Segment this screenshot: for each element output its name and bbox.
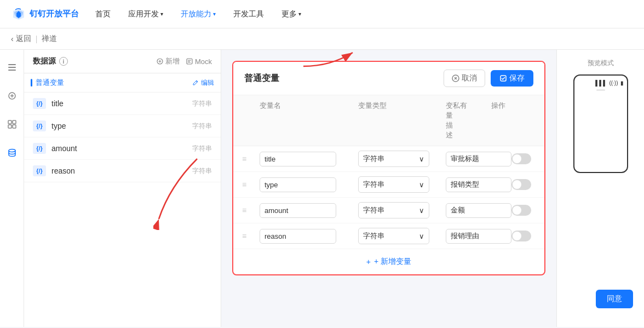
chevron-down-icon: ▾	[160, 11, 163, 17]
logo-icon	[11, 7, 26, 22]
nav-home[interactable]: 首页	[94, 7, 112, 21]
preview-mode-label: 预览模式	[588, 59, 614, 68]
sidebar-item-grid[interactable]	[3, 116, 21, 133]
svg-rect-7	[13, 125, 16, 128]
var-name: title	[51, 99, 192, 108]
battery-icon: ▮	[620, 80, 624, 86]
back-button[interactable]: ‹ 返回	[11, 34, 31, 44]
breadcrumb-separator: |	[36, 34, 38, 43]
nav-appdev[interactable]: 应用开发 ▾	[127, 7, 164, 21]
var-name-input[interactable]	[260, 229, 336, 244]
var-desc-input[interactable]	[446, 229, 511, 244]
mock-button[interactable]: Mock	[186, 56, 212, 66]
var-desc-input[interactable]	[446, 203, 511, 218]
datasource-actions: 新增 Mock	[157, 56, 212, 66]
table-row: ≡ 字符串 ∨ ⧉ ⊞	[233, 198, 544, 223]
chevron-down-icon: ∨	[419, 206, 424, 215]
var-name: type	[51, 122, 192, 130]
table-header: 变量名 变量类型 变量描述 私有 操作	[233, 95, 544, 146]
datasource-section-normal-vars: 普通变量 编辑	[24, 73, 221, 93]
svg-rect-2	[8, 70, 16, 71]
private-toggle[interactable]	[511, 153, 531, 164]
signal-icon: ▌▌▌	[595, 80, 607, 86]
save-icon	[499, 74, 507, 82]
phone-status-bar: ▌▌▌ ((·)) ▮	[578, 80, 624, 86]
chevron-down-icon: ▾	[213, 11, 216, 17]
drag-handle[interactable]: ≡	[242, 154, 260, 163]
variable-editor-panel: 普通变量 取消 保存	[221, 50, 556, 327]
private-toggle[interactable]	[511, 231, 531, 241]
add-variable-button[interactable]: + + 新增变量	[233, 249, 544, 274]
svg-rect-6	[8, 125, 12, 128]
add-datasource-button[interactable]: 新增	[157, 56, 180, 66]
table-row: ≡ 字符串 ∨ ⧉ ⊞	[233, 172, 544, 198]
chevron-down-icon: ∨	[419, 232, 424, 240]
var-desc-input[interactable]	[446, 152, 511, 166]
var-item-amount[interactable]: {/} amount 字符串	[24, 137, 221, 160]
table-row: ≡ 字符串 ∨ ⧉ ⊞	[233, 223, 544, 249]
main-layout: 数据源 i 新增 Mock	[0, 50, 644, 327]
chevron-down-icon: ∨	[419, 155, 424, 163]
var-name-input[interactable]	[260, 152, 336, 166]
table-row: ≡ 字符串 ∨ ⧉ ⊞	[233, 146, 544, 172]
agree-button[interactable]: 同意	[596, 290, 633, 308]
var-name-input[interactable]	[260, 177, 336, 192]
section-bar	[31, 79, 32, 87]
plus-icon	[157, 58, 163, 65]
editor-header: 普通变量 取消 保存	[233, 62, 544, 95]
col-varname: 变量名	[260, 101, 358, 140]
datasource-panel: 数据源 i 新增 Mock	[24, 50, 221, 327]
logo-text: 钉钉开放平台	[30, 9, 79, 19]
chevron-down-icon: ∨	[419, 181, 424, 189]
nav-openapi[interactable]: 开放能力 ▾	[180, 7, 217, 21]
cancel-button[interactable]: 取消	[444, 70, 485, 87]
var-type-select[interactable]: 字符串 ∨	[358, 202, 429, 218]
editor-action-buttons: 取消 保存	[444, 70, 533, 87]
col-private: 私有	[453, 101, 491, 140]
var-type-select[interactable]: 字符串 ∨	[358, 151, 429, 167]
nav-devtools[interactable]: 开发工具	[232, 7, 265, 21]
breadcrumb-title: 禅道	[42, 34, 57, 44]
sidebar-item-database[interactable]	[3, 144, 21, 162]
svg-rect-1	[8, 67, 16, 68]
var-type-icon: {/}	[33, 165, 46, 176]
datasource-title: 数据源 i	[33, 56, 68, 66]
top-navigation: 钉钉开放平台 首页 应用开发 ▾ 开放能力 ▾ 开发工具 更多 ▾	[0, 0, 644, 28]
var-item-title[interactable]: {/} title 字符串	[24, 93, 221, 115]
edit-section-button[interactable]: 编辑	[192, 78, 214, 88]
var-type-select[interactable]: 字符串 ∨	[358, 176, 429, 193]
drag-handle[interactable]: ≡	[242, 180, 260, 189]
mock-icon	[186, 58, 193, 65]
private-toggle[interactable]	[511, 179, 531, 190]
variable-list: {/} title 字符串 {/} type 字符串 {/} amount 字符…	[24, 93, 221, 182]
drag-handle[interactable]: ≡	[242, 232, 260, 240]
drag-handle[interactable]: ≡	[242, 206, 260, 215]
info-icon[interactable]: i	[59, 57, 68, 66]
var-type: 字符串	[192, 122, 212, 131]
svg-rect-4	[8, 120, 12, 124]
var-type: 字符串	[192, 144, 212, 153]
phone-preview: ▌▌▌ ((·)) ▮	[573, 74, 628, 173]
nav-more[interactable]: 更多 ▾	[280, 7, 302, 21]
icon-sidebar	[0, 50, 24, 327]
var-item-type[interactable]: {/} type 字符串	[24, 115, 221, 137]
col-actions: 操作	[491, 101, 545, 140]
col-vartype: 变量类型	[358, 101, 446, 140]
editor-title: 普通变量	[244, 73, 279, 84]
wifi-icon: ((·))	[609, 80, 618, 86]
var-item-reason[interactable]: {/} reason 字符串	[24, 160, 221, 182]
plus-icon: +	[366, 257, 371, 266]
sidebar-item-list[interactable]	[3, 59, 21, 76]
save-button[interactable]: 保存	[491, 70, 533, 87]
var-type: 字符串	[192, 99, 212, 108]
var-name: reason	[51, 166, 192, 175]
var-name-input[interactable]	[260, 203, 336, 218]
breadcrumb: ‹ 返回 | 禅道	[0, 28, 644, 50]
var-type-select[interactable]: 字符串 ∨	[358, 228, 429, 244]
sidebar-item-plugin[interactable]	[3, 87, 21, 105]
var-desc-input[interactable]	[446, 177, 511, 192]
datasource-header: 数据源 i 新增 Mock	[24, 50, 221, 73]
logo: 钉钉开放平台	[11, 7, 79, 22]
svg-point-8	[9, 149, 15, 152]
private-toggle[interactable]	[511, 205, 531, 216]
